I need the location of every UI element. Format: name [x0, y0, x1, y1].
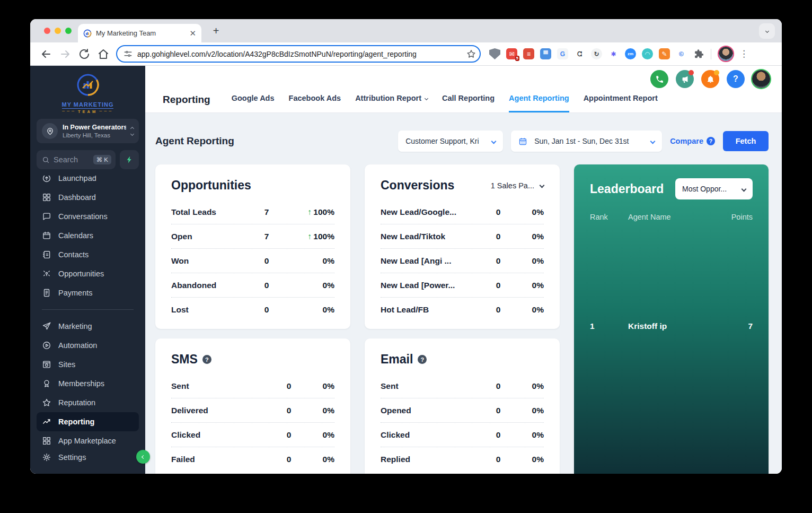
forward-icon[interactable] — [59, 48, 72, 60]
back-icon[interactable] — [40, 48, 52, 60]
translate-icon[interactable]: G — [557, 48, 568, 59]
email-help-icon[interactable]: ? — [418, 355, 427, 364]
metric-row: New Lead [Power...00% — [381, 273, 544, 298]
zoom-window-button[interactable] — [65, 28, 72, 34]
metric-percent: 0% — [301, 455, 334, 464]
search-placeholder: Search — [54, 155, 90, 164]
minimize-window-button[interactable] — [55, 28, 61, 34]
window-icon[interactable]: ▀ — [540, 48, 551, 59]
tab-close-icon[interactable]: ✕ — [189, 29, 196, 38]
quick-actions-button[interactable] — [120, 150, 139, 169]
todoist-icon[interactable]: ≡ — [523, 48, 534, 59]
sidebar-item-marketing[interactable]: Marketing — [37, 317, 139, 336]
bookmark-star-icon[interactable] — [466, 49, 476, 59]
tab-call-reporting[interactable]: Call Reporting — [442, 94, 495, 112]
sidebar-item-conversations[interactable]: Conversations — [37, 207, 139, 226]
extensions-puzzle-icon[interactable] — [693, 48, 704, 60]
notifications-bell-icon[interactable] — [701, 70, 719, 88]
chrome-menu-icon[interactable]: ⋮ — [739, 48, 748, 59]
fetch-button[interactable]: Fetch — [723, 131, 769, 151]
sidebar-collapse-button[interactable] — [136, 450, 150, 464]
metric-label: Failed — [171, 455, 277, 464]
teal-app-icon[interactable]: ◠ — [642, 48, 653, 59]
user-avatar[interactable] — [752, 70, 770, 88]
site-settings-icon[interactable] — [123, 49, 133, 58]
leaderboard-row: 1Kristoff ip7 — [590, 321, 753, 331]
url-bar[interactable]: app.gohighlevel.com/v2/location/A432gP8c… — [116, 45, 481, 63]
tab-attribution-report[interactable]: Attribution Report — [355, 94, 428, 112]
new-tab-button[interactable]: + — [209, 24, 223, 38]
metric-label: New Lead/Google... — [381, 207, 487, 217]
reload-icon[interactable] — [78, 48, 91, 60]
sidebar-item-memberships[interactable]: Memberships — [37, 374, 139, 393]
app-marketplace-icon — [42, 436, 51, 446]
card-title: Email — [381, 352, 413, 367]
metric-row: Replied00% — [381, 447, 544, 472]
date-range-select[interactable]: Sun, Jan 1st - Sun, Dec 31st — [511, 131, 662, 152]
leaderboard-columns: Rank Agent Name Points — [590, 213, 753, 221]
card-title: Leaderboard — [590, 182, 664, 196]
zoom-icon[interactable]: zm — [625, 48, 636, 59]
calendars-icon — [42, 231, 51, 240]
home-icon[interactable] — [97, 48, 110, 60]
chevron-down-icon — [650, 138, 656, 144]
tab-facebook-ads[interactable]: Facebook Ads — [289, 94, 341, 112]
chevron-down-icon — [742, 186, 747, 192]
sidebar-item-launchpad[interactable]: Launchpad — [37, 176, 139, 188]
chrome-profile-avatar[interactable] — [719, 47, 733, 61]
sidebar-item-payments[interactable]: Payments — [37, 283, 139, 302]
url-text[interactable]: app.gohighlevel.com/v2/location/A432gP8c… — [137, 50, 461, 58]
browser-tab[interactable]: My Marketing Team ✕ — [78, 24, 201, 42]
sidebar-item-sites[interactable]: Sites — [37, 355, 139, 374]
leaderboard-filter-select[interactable]: Most Oppor... — [675, 178, 753, 199]
sidebar-item-settings[interactable]: Settings — [37, 448, 139, 467]
sidebar-item-opportunities[interactable]: Opportunities — [37, 264, 139, 283]
metric-percent: 0% — [510, 406, 544, 415]
tab-agent-reporting[interactable]: Agent Reporting — [509, 94, 569, 112]
phone-icon[interactable] — [650, 70, 668, 88]
calendar-icon — [518, 137, 527, 146]
metric-row: Won00% — [171, 249, 334, 273]
tab-search-button[interactable] — [759, 23, 775, 39]
sidebar-item-contacts[interactable]: Contacts — [37, 245, 139, 264]
pipeline-filter-select[interactable]: 1 Sales Pa... — [491, 181, 544, 190]
metric-value: 0 — [250, 281, 284, 290]
compare-link[interactable]: Compare ? — [670, 137, 715, 145]
copyright-icon[interactable]: © — [676, 48, 687, 59]
metric-value: 0 — [487, 381, 510, 391]
account-switcher[interactable]: In Power Generators... Liberty Hill, Tex… — [37, 119, 139, 143]
sync-icon[interactable]: ↻ — [591, 48, 602, 59]
conversations-icon — [42, 212, 51, 221]
opportunities-card: Opportunities Total Leads7↑100%Open7↑100… — [155, 164, 350, 329]
sidebar-item-automation[interactable]: Automation — [37, 336, 139, 355]
metric-percent: 0% — [510, 256, 544, 266]
sidebar-item-app-marketplace[interactable]: App Marketplace — [37, 431, 139, 448]
shield-icon[interactable] — [489, 48, 500, 59]
help-icon[interactable]: ? — [727, 70, 745, 88]
metric-value: 0 — [277, 381, 301, 391]
compare-help-icon: ? — [707, 137, 715, 145]
sidebar-item-dashboard[interactable]: Dashboard — [37, 188, 139, 207]
sidebar-item-label: Conversations — [58, 212, 108, 221]
sms-help-icon[interactable]: ? — [202, 355, 211, 364]
metric-row: New Lead/Google...00% — [381, 200, 544, 224]
sidebar-item-reporting[interactable]: Reporting — [37, 412, 139, 431]
tab-google-ads[interactable]: Google Ads — [232, 94, 275, 112]
sidebar-item-reputation[interactable]: Reputation — [37, 393, 139, 412]
metric-value: 0 — [487, 281, 510, 290]
card-title: Conversions — [381, 178, 454, 193]
reporting-icon — [42, 417, 51, 427]
orange-pen-icon[interactable]: ✎ — [659, 48, 670, 59]
loom-icon[interactable]: ✱ — [608, 48, 619, 59]
sidebar-item-label: App Marketplace — [58, 437, 116, 445]
agent-filter-select[interactable]: Customer Support, Kri — [398, 131, 503, 152]
tab-appointment-report[interactable]: Appointment Report — [584, 94, 658, 112]
up-arrow-icon: ↑ — [308, 232, 312, 241]
search-input[interactable]: Search ⌘ K — [37, 150, 116, 169]
metric-label: Hot Lead/FB — [381, 305, 487, 315]
close-window-button[interactable] — [44, 28, 50, 34]
mail-icon[interactable]: ✉5 — [506, 48, 517, 59]
sidebar-item-calendars[interactable]: Calendars — [37, 226, 139, 245]
announcements-icon[interactable] — [676, 70, 694, 88]
c-curve-icon[interactable]: ᘳ — [574, 48, 585, 59]
